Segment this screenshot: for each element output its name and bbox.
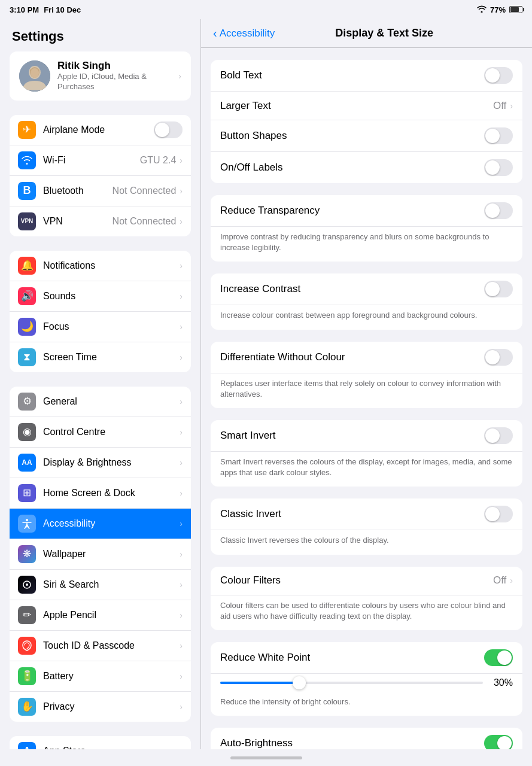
classic-invert-item[interactable]: Classic Invert [211, 498, 522, 530]
reduce-white-point-group: Reduce White Point 30% Reduce the intens… [211, 642, 522, 716]
sidebar-item-bluetooth[interactable]: B Bluetooth Not Connected › [10, 176, 191, 206]
sidebar-item-notifications[interactable]: 🔔 Notifications › [10, 251, 191, 281]
sidebar-item-appstore[interactable]: A App Store › [10, 736, 191, 749]
screentime-chevron: › [180, 352, 183, 362]
status-bar-right: 77% [477, 5, 522, 14]
notifications-chevron: › [180, 261, 183, 270]
home-bar [230, 756, 302, 759]
bold-text-item[interactable]: Bold Text [211, 60, 522, 92]
auto-brightness-label: Auto-Brightness [220, 737, 484, 749]
display-icon: AA [18, 454, 36, 472]
focus-icon: 🌙 [18, 318, 36, 336]
larger-text-value: Off [493, 100, 506, 112]
white-point-slider-track[interactable] [220, 682, 483, 684]
onoff-labels-toggle[interactable] [484, 159, 513, 176]
bluetooth-chevron: › [180, 186, 183, 196]
appstore-group: A App Store › [10, 736, 191, 749]
device-group: ⚙ General › ◉ Control Centre › AA Displa… [10, 387, 191, 722]
sidebar-item-wifi[interactable]: Wi-Fi GTU 2.4 › [10, 145, 191, 176]
smart-invert-toggle[interactable] [484, 427, 513, 444]
battery-percent: 77% [490, 5, 506, 14]
colour-filters-item[interactable]: Colour Filters Off › [211, 567, 522, 595]
bluetooth-icon: B [18, 182, 36, 200]
onoff-labels-label: On/Off Labels [220, 162, 484, 174]
smart-invert-item[interactable]: Smart Invert [211, 420, 522, 452]
sidebar-item-siri[interactable]: Siri & Search › [10, 570, 191, 600]
appstore-chevron: › [180, 746, 183, 749]
battery-label: Battery [43, 671, 180, 682]
button-shapes-toggle[interactable] [484, 127, 513, 144]
auto-brightness-group: Auto-Brightness Turning off auto-brightn… [211, 728, 522, 749]
sidebar-item-wallpaper[interactable]: ❋ Wallpaper › [10, 539, 191, 570]
differentiate-item[interactable]: Differentiate Without Colour [211, 342, 522, 373]
status-bar-left: 3:10 PM Fri 10 Dec [10, 5, 81, 14]
touchid-chevron: › [180, 641, 183, 651]
auto-brightness-item[interactable]: Auto-Brightness [211, 728, 522, 749]
panel-content: Bold Text Larger Text Off › Button Shape… [201, 48, 532, 749]
main-layout: Settings Ritik Singh Apple ID, iCloud, M… [0, 19, 532, 749]
smart-invert-label: Smart Invert [220, 430, 484, 442]
back-label: Accessibility [220, 28, 275, 39]
sidebar-item-touchid[interactable]: Touch ID & Passcode › [10, 631, 191, 661]
differentiate-group: Differentiate Without Colour Replaces us… [211, 342, 522, 408]
wifi-icon [477, 5, 487, 14]
colour-filters-chevron: › [510, 576, 513, 585]
reduce-transparency-item[interactable]: Reduce Transparency [211, 195, 522, 227]
accessibility-label: Accessibility [43, 518, 180, 529]
sidebar-title: Settings [0, 19, 200, 51]
reduce-white-point-toggle[interactable] [484, 649, 513, 666]
sidebar-item-airplane[interactable]: ✈ Airplane Mode [10, 115, 191, 145]
profile-name: Ritik Singh [57, 60, 171, 72]
white-point-slider-thumb[interactable] [293, 676, 306, 689]
profile-section[interactable]: Ritik Singh Apple ID, iCloud, Media & Pu… [10, 51, 191, 101]
increase-contrast-item[interactable]: Increase Contrast [211, 273, 522, 305]
bold-text-toggle[interactable] [484, 67, 513, 84]
sidebar-item-focus[interactable]: 🌙 Focus › [10, 312, 191, 342]
back-chevron-icon: ‹ [213, 26, 217, 40]
sounds-icon: 🔊 [18, 287, 36, 305]
profile-info: Ritik Singh Apple ID, iCloud, Media & Pu… [57, 60, 171, 92]
sidebar-item-battery[interactable]: 🔋 Battery › [10, 661, 191, 692]
svg-point-4 [31, 68, 39, 78]
increase-contrast-toggle[interactable] [484, 281, 513, 297]
sidebar-item-privacy[interactable]: ✋ Privacy › [10, 692, 191, 722]
privacy-icon: ✋ [18, 698, 36, 716]
notifications-label: Notifications [43, 260, 180, 271]
sidebar-item-sounds[interactable]: 🔊 Sounds › [10, 281, 191, 312]
homescreen-icon: ⊞ [18, 484, 36, 502]
sidebar-item-accessibility[interactable]: Accessibility › [10, 509, 191, 539]
sidebar-item-display[interactable]: AA Display & Brightness › [10, 448, 191, 478]
larger-text-item[interactable]: Larger Text Off › [211, 92, 522, 120]
wifi-value: GTU 2.4 [140, 155, 176, 166]
home-indicator [0, 749, 532, 766]
sidebar-item-homescreen[interactable]: ⊞ Home Screen & Dock › [10, 478, 191, 509]
colour-filters-description: Colour filters can be used to differenti… [211, 595, 522, 630]
privacy-chevron: › [180, 702, 183, 712]
homescreen-label: Home Screen & Dock [43, 488, 180, 498]
sidebar-item-controlcentre[interactable]: ◉ Control Centre › [10, 417, 191, 448]
airplane-icon: ✈ [18, 121, 36, 139]
auto-brightness-toggle[interactable] [484, 735, 513, 749]
profile-chevron: › [178, 71, 181, 81]
back-button[interactable]: ‹ Accessibility [213, 26, 275, 40]
button-shapes-item[interactable]: Button Shapes [211, 120, 522, 152]
sidebar-item-pencil[interactable]: ✏ Apple Pencil › [10, 600, 191, 631]
svg-point-7 [26, 583, 28, 586]
focus-label: Focus [43, 321, 180, 332]
colour-filters-group: Colour Filters Off › Colour filters can … [211, 567, 522, 630]
sidebar-item-general[interactable]: ⚙ General › [10, 387, 191, 417]
wallpaper-chevron: › [180, 549, 183, 559]
airplane-toggle[interactable] [154, 121, 183, 138]
reduce-white-point-item[interactable]: Reduce White Point [211, 642, 522, 674]
vpn-chevron: › [180, 217, 183, 226]
sidebar-item-screentime[interactable]: ⧗ Screen Time › [10, 342, 191, 372]
appstore-icon: A [18, 742, 36, 749]
sidebar-item-vpn[interactable]: VPN VPN Not Connected › [10, 206, 191, 236]
differentiate-toggle[interactable] [484, 349, 513, 366]
classic-invert-toggle[interactable] [484, 506, 513, 522]
reduce-transparency-toggle[interactable] [484, 202, 513, 219]
battery-icon [509, 6, 522, 13]
onoff-labels-item[interactable]: On/Off Labels [211, 152, 522, 183]
svg-point-5 [26, 519, 28, 521]
siri-icon [18, 576, 36, 594]
